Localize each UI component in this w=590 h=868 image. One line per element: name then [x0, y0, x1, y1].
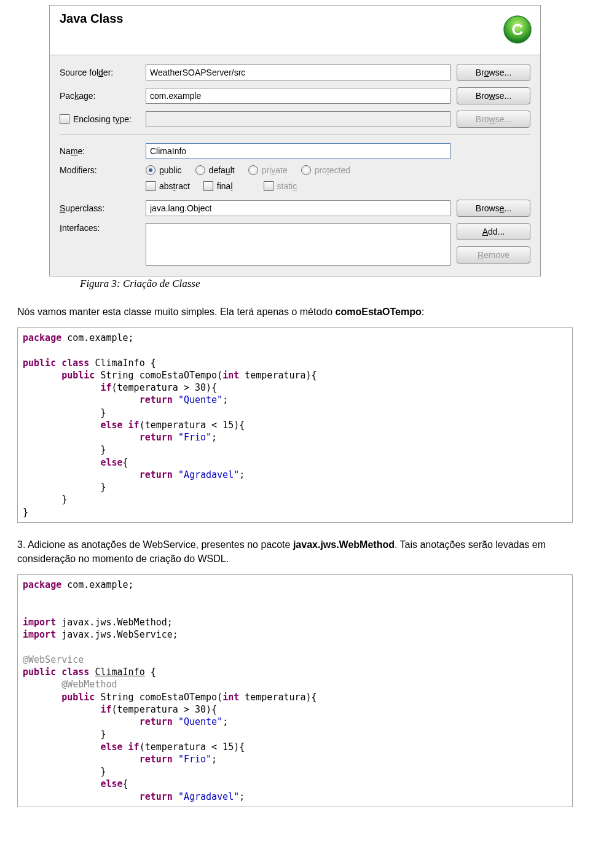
svg-text:C: C — [512, 20, 524, 39]
code-block-2: package com.example; import javax.jws.We… — [17, 574, 573, 807]
modifier-static-check: static — [264, 181, 297, 191]
separator — [60, 134, 530, 135]
browse-enclosing-button: Browse... — [457, 111, 530, 128]
modifier-public-radio[interactable]: public — [146, 165, 182, 175]
checkbox-icon — [60, 114, 69, 124]
paragraph-step3: 3. Adicione as anotações de WebService, … — [17, 538, 573, 566]
browse-package-button[interactable]: Browse... — [457, 87, 530, 104]
figure-caption: Figura 3: Criação de Classe — [80, 278, 590, 290]
modifiers-label: Modifiers: — [60, 165, 146, 175]
modifier-abstract-check[interactable]: abstract — [146, 181, 190, 191]
new-java-class-dialog: Java Class C Source folder: Browse... Pa… — [49, 5, 541, 276]
source-folder-label: Source folder: — [60, 68, 146, 77]
browse-superclass-button[interactable]: Browse... — [457, 200, 530, 217]
modifier-protected-radio: protected — [301, 165, 350, 175]
modifier-final-check[interactable]: final — [203, 181, 233, 191]
superclass-label: Superclass: — [60, 203, 146, 213]
enclosing-type-input — [146, 111, 450, 127]
dialog-header: Java Class C — [50, 6, 540, 55]
modifier-default-radio[interactable]: default — [195, 165, 235, 175]
source-folder-input[interactable] — [146, 65, 450, 80]
add-interface-button[interactable]: Add... — [457, 223, 530, 240]
name-label: Name: — [60, 146, 146, 156]
interfaces-label: Interfaces: — [60, 223, 146, 233]
code-block-1: package com.example; public class ClimaI… — [17, 327, 573, 523]
interfaces-list[interactable] — [146, 223, 450, 266]
dialog-title: Java Class — [60, 12, 123, 25]
remove-interface-button: Remove — [457, 246, 530, 264]
browse-source-button[interactable]: Browse... — [457, 64, 530, 81]
modifier-private-radio: private — [248, 165, 288, 175]
name-input[interactable] — [146, 143, 450, 159]
package-input[interactable] — [146, 88, 450, 104]
class-icon: C — [502, 14, 533, 45]
superclass-input[interactable] — [146, 200, 450, 216]
package-label: Package: — [60, 91, 146, 101]
enclosing-type-check[interactable]: Enclosing type: — [60, 114, 146, 124]
paragraph-intro: Nós vamos manter esta classe muito simpl… — [17, 305, 573, 319]
